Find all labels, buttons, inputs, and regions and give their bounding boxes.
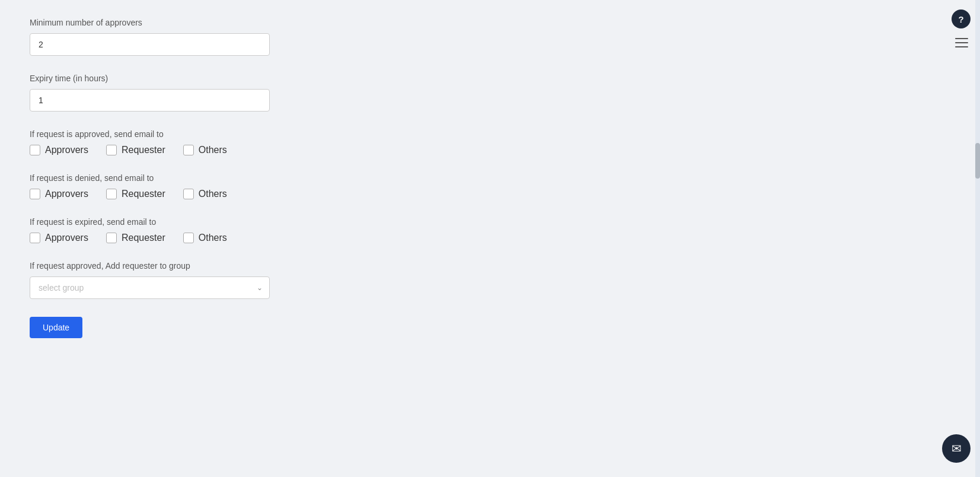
expired-requester-checkbox[interactable]	[106, 233, 117, 243]
expired-others-item[interactable]: Others	[183, 233, 227, 243]
expired-others-checkbox[interactable]	[183, 233, 194, 243]
menu-bar-3	[955, 46, 968, 47]
chat-icon: ✉	[952, 441, 962, 456]
denied-checkboxes: Approvers Requester Others	[30, 189, 445, 199]
expired-approvers-checkbox[interactable]	[30, 233, 40, 243]
denied-email-label: If request is denied, send email to	[30, 173, 445, 183]
approved-approvers-label: Approvers	[45, 145, 88, 155]
approved-approvers-checkbox[interactable]	[30, 145, 40, 155]
menu-icon[interactable]	[953, 36, 971, 50]
denied-approvers-label: Approvers	[45, 189, 88, 199]
denied-approvers-checkbox[interactable]	[30, 189, 40, 199]
menu-bar-1	[955, 38, 968, 39]
denied-others-item[interactable]: Others	[183, 189, 227, 199]
add-to-group-wrapper: select group ⌄	[30, 276, 270, 299]
denied-others-checkbox[interactable]	[183, 189, 194, 199]
min-approvers-group: Minimum number of approvers	[30, 18, 445, 56]
approved-others-item[interactable]: Others	[183, 145, 227, 155]
update-button-group: Update	[30, 317, 445, 338]
add-to-group-label: If request approved, Add requester to gr…	[30, 261, 445, 271]
approved-email-label: If request is approved, send email to	[30, 129, 445, 139]
denied-requester-label: Requester	[122, 189, 165, 199]
add-to-group-select[interactable]: select group	[30, 276, 270, 299]
expiry-time-group: Expiry time (in hours)	[30, 74, 445, 112]
main-content: Minimum number of approvers Expiry time …	[0, 0, 474, 374]
scroll-thumb[interactable]	[975, 143, 980, 179]
denied-others-label: Others	[199, 189, 227, 199]
denied-email-group: If request is denied, send email to Appr…	[30, 173, 445, 199]
approved-approvers-item[interactable]: Approvers	[30, 145, 88, 155]
expiry-time-input[interactable]	[30, 89, 270, 112]
top-right-actions: ?	[952, 9, 971, 50]
help-icon[interactable]: ?	[952, 9, 971, 28]
expired-approvers-label: Approvers	[45, 233, 88, 243]
approved-checkboxes: Approvers Requester Others	[30, 145, 445, 155]
denied-requester-checkbox[interactable]	[106, 189, 117, 199]
expired-requester-item[interactable]: Requester	[106, 233, 165, 243]
expired-email-group: If request is expired, send email to App…	[30, 217, 445, 243]
approved-others-checkbox[interactable]	[183, 145, 194, 155]
approved-requester-label: Requester	[122, 145, 165, 155]
min-approvers-label: Minimum number of approvers	[30, 18, 445, 27]
expired-email-label: If request is expired, send email to	[30, 217, 445, 227]
denied-requester-item[interactable]: Requester	[106, 189, 165, 199]
add-to-group-group: If request approved, Add requester to gr…	[30, 261, 445, 299]
expired-approvers-item[interactable]: Approvers	[30, 233, 88, 243]
scrollbar	[975, 0, 980, 477]
approved-requester-checkbox[interactable]	[106, 145, 117, 155]
denied-approvers-item[interactable]: Approvers	[30, 189, 88, 199]
update-button[interactable]: Update	[30, 317, 82, 338]
approved-requester-item[interactable]: Requester	[106, 145, 165, 155]
expiry-time-label: Expiry time (in hours)	[30, 74, 445, 83]
expired-checkboxes: Approvers Requester Others	[30, 233, 445, 243]
chat-button[interactable]: ✉	[942, 434, 971, 463]
expired-others-label: Others	[199, 233, 227, 243]
menu-bar-2	[955, 42, 968, 43]
approved-email-group: If request is approved, send email to Ap…	[30, 129, 445, 155]
help-icon-label: ?	[958, 14, 963, 24]
expired-requester-label: Requester	[122, 233, 165, 243]
min-approvers-input[interactable]	[30, 33, 270, 56]
approved-others-label: Others	[199, 145, 227, 155]
